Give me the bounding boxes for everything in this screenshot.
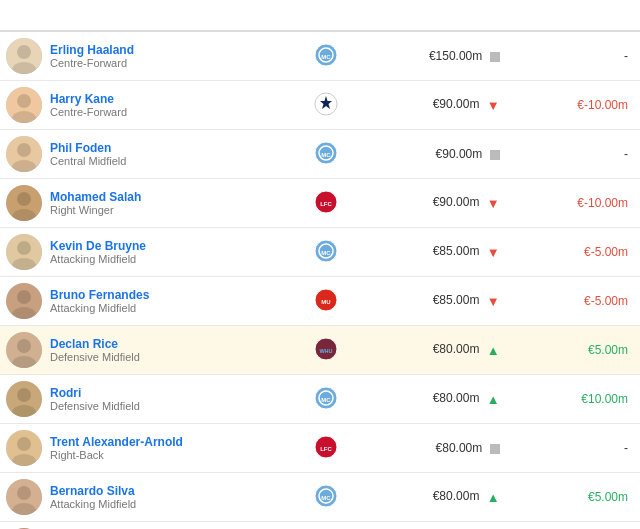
- trend-up-icon: ▲: [487, 343, 500, 358]
- club-cell: [288, 81, 365, 130]
- difference-value: €-10.00m: [577, 196, 628, 210]
- trend-up-icon: ▲: [487, 490, 500, 505]
- svg-text:MC: MC: [322, 396, 332, 402]
- player-cell: Rodri Defensive Midfield: [0, 375, 288, 424]
- table-row: Bernardo Silva Attacking Midfield MC €80…: [0, 473, 640, 522]
- difference-value: €5.00m: [588, 343, 628, 357]
- difference-cell: €-5.00m: [506, 228, 640, 277]
- club-cell: WHU: [288, 326, 365, 375]
- club-logo: MU: [314, 288, 338, 312]
- player-name[interactable]: Declan Rice: [50, 337, 118, 351]
- club-cell: MC: [288, 228, 365, 277]
- svg-point-39: [17, 388, 31, 402]
- svg-point-18: [17, 192, 31, 206]
- market-value: €80.00m: [436, 441, 483, 455]
- club-logo: MC: [314, 141, 338, 165]
- svg-text:MC: MC: [322, 53, 332, 59]
- trend-down-icon: ▼: [487, 245, 500, 260]
- avatar: [6, 185, 42, 221]
- club-cell: MU: [288, 522, 365, 530]
- player-position: Attacking Midfield: [50, 253, 146, 265]
- market-value-cell: €90.00m ▼: [365, 179, 506, 228]
- col-difference[interactable]: [506, 0, 640, 31]
- market-value-table: Erling Haaland Centre-Forward MC €150.00…: [0, 0, 640, 529]
- player-cell: Jadon Sancho Left Winger: [0, 522, 288, 530]
- col-club: [288, 0, 365, 31]
- avatar: [6, 430, 42, 466]
- player-cell: Harry Kane Centre-Forward: [0, 81, 288, 130]
- club-logo: LFC: [314, 190, 338, 214]
- difference-value: €10.00m: [581, 392, 628, 406]
- difference-cell: -: [506, 130, 640, 179]
- market-value: €90.00m: [433, 97, 480, 111]
- table-row: Rodri Defensive Midfield MC €80.00m ▲ €1…: [0, 375, 640, 424]
- difference-value: €-10.00m: [577, 98, 628, 112]
- difference-value: -: [624, 49, 628, 63]
- market-value: €80.00m: [433, 342, 480, 356]
- difference-cell: -: [506, 31, 640, 81]
- club-cell: MU: [288, 277, 365, 326]
- market-value-cell: €90.00m: [365, 130, 506, 179]
- difference-cell: -: [506, 424, 640, 473]
- club-logo: MC: [314, 386, 338, 410]
- club-logo: [314, 92, 338, 116]
- player-position: Attacking Midfield: [50, 302, 149, 314]
- club-cell: MC: [288, 31, 365, 81]
- table-row: Declan Rice Defensive Midfield WHU €80.0…: [0, 326, 640, 375]
- player-name[interactable]: Harry Kane: [50, 92, 114, 106]
- player-cell: Phil Foden Central Midfield: [0, 130, 288, 179]
- market-value: €150.00m: [429, 49, 482, 63]
- svg-text:MC: MC: [322, 151, 332, 157]
- club-logo: MC: [314, 43, 338, 67]
- col-market-value[interactable]: [365, 0, 506, 31]
- difference-value: -: [624, 147, 628, 161]
- difference-cell: €5.00m: [506, 326, 640, 375]
- avatar: [6, 234, 42, 270]
- svg-text:MC: MC: [322, 494, 332, 500]
- player-name[interactable]: Bernardo Silva: [50, 484, 135, 498]
- player-position: Attacking Midfield: [50, 498, 136, 510]
- club-logo: WHU: [314, 337, 338, 361]
- trend-down-icon: ▼: [487, 98, 500, 113]
- player-name[interactable]: Mohamed Salah: [50, 190, 141, 204]
- market-value: €80.00m: [433, 489, 480, 503]
- player-position: Centre-Forward: [50, 106, 127, 118]
- market-value: €90.00m: [436, 147, 483, 161]
- club-cell: LFC: [288, 179, 365, 228]
- market-value-cell: €75.00m ▼: [365, 522, 506, 530]
- difference-cell: €-5.00m: [506, 522, 640, 530]
- market-value-cell: €80.00m ▲: [365, 473, 506, 522]
- table-row: Erling Haaland Centre-Forward MC €150.00…: [0, 31, 640, 81]
- trend-down-icon: ▼: [487, 294, 500, 309]
- club-logo: MC: [314, 239, 338, 263]
- player-position: Defensive Midfield: [50, 400, 140, 412]
- player-position: Centre-Forward: [50, 57, 134, 69]
- table-row: Mohamed Salah Right Winger LFC €90.00m ▼…: [0, 179, 640, 228]
- player-name[interactable]: Rodri: [50, 386, 81, 400]
- svg-point-1: [17, 45, 31, 59]
- svg-text:LFC: LFC: [321, 445, 333, 451]
- market-value-cell: €85.00m ▼: [365, 228, 506, 277]
- svg-text:WHU: WHU: [320, 347, 333, 353]
- table-row: Bruno Fernandes Attacking Midfield MU €8…: [0, 277, 640, 326]
- club-logo: MC: [314, 484, 338, 508]
- market-value-cell: €80.00m ▲: [365, 326, 506, 375]
- club-cell: MC: [288, 375, 365, 424]
- avatar: [6, 136, 42, 172]
- avatar: [6, 332, 42, 368]
- player-name[interactable]: Kevin De Bruyne: [50, 239, 146, 253]
- difference-cell: €5.00m: [506, 473, 640, 522]
- svg-text:MU: MU: [322, 298, 331, 304]
- difference-value: €-5.00m: [584, 245, 628, 259]
- player-name[interactable]: Phil Foden: [50, 141, 111, 155]
- player-position: Defensive Midfield: [50, 351, 140, 363]
- player-name[interactable]: Bruno Fernandes: [50, 288, 149, 302]
- svg-point-12: [17, 143, 31, 157]
- avatar: [6, 38, 42, 74]
- market-value-cell: €90.00m ▼: [365, 81, 506, 130]
- market-value: €85.00m: [433, 293, 480, 307]
- player-name[interactable]: Trent Alexander-Arnold: [50, 435, 183, 449]
- market-value: €90.00m: [433, 195, 480, 209]
- difference-value: €-5.00m: [584, 294, 628, 308]
- player-name[interactable]: Erling Haaland: [50, 43, 134, 57]
